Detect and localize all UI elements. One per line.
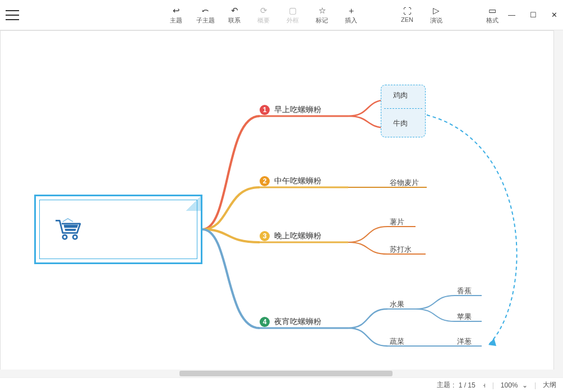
subtopic-button[interactable]: ⤺子主题	[193, 5, 218, 25]
svg-marker-14	[488, 338, 496, 346]
branch-4[interactable]: 4夜宵吃螺蛳粉	[260, 317, 321, 327]
vertical-scrollbar[interactable]	[554, 30, 563, 377]
leaf-beef[interactable]: 牛肉	[393, 118, 408, 128]
window-controls: — ☐ ✕	[508, 11, 557, 19]
status-bar: 主题: 1 / 15 ⫞ | 100% ⌄ | 大纲	[0, 377, 563, 392]
marker-button[interactable]: ☆标记	[310, 5, 334, 25]
map-icon[interactable]: ⫞	[482, 381, 486, 389]
leaf-chicken[interactable]: 鸡肉	[393, 90, 408, 100]
menu-icon[interactable]	[6, 10, 19, 20]
leaf-fruit[interactable]: 水果	[390, 299, 404, 310]
topic-count: 主题: 1 / 15	[437, 380, 476, 390]
topic-button[interactable]: ↩主题	[164, 5, 188, 25]
summary-button: ⟳概要	[251, 5, 276, 25]
svg-point-16	[73, 235, 77, 239]
minimize-button[interactable]: —	[508, 11, 515, 19]
mindmap: 1早上吃螺蛳粉 2中午吃螺蛳粉 3晚上吃螺蛳粉 4夜宵吃螺蛳粉 鸡肉 牛肉 谷物…	[1, 31, 553, 377]
toolbar: ↩主题 ⤺子主题 ↶联系 ⟳概要 ▢外框 ☆标记 ＋插入 ⛶ZEN ▷演说 ▭格…	[0, 0, 563, 30]
present-button[interactable]: ▷演说	[424, 5, 449, 25]
zoom-level[interactable]: 100% ⌄	[501, 381, 528, 389]
boundary-button: ▢外框	[280, 5, 305, 25]
insert-button[interactable]: ＋插入	[339, 5, 363, 25]
scrollbar-thumb[interactable]	[179, 371, 393, 376]
relation-button[interactable]: ↶联系	[222, 5, 247, 25]
boundary-divider	[384, 108, 422, 109]
canvas[interactable]: 1早上吃螺蛳粉 2中午吃螺蛳粉 3晚上吃螺蛳粉 4夜宵吃螺蛳粉 鸡肉 牛肉 谷物…	[0, 30, 554, 377]
close-button[interactable]: ✕	[551, 11, 557, 19]
outline-button[interactable]: 大纲	[543, 380, 556, 390]
leaf-veg[interactable]: 蔬菜	[390, 336, 404, 347]
format-button[interactable]: ▭格式	[480, 5, 505, 25]
leaf-onion[interactable]: 洋葱	[457, 336, 472, 347]
leaf-soda[interactable]: 苏打水	[390, 245, 412, 255]
zen-button[interactable]: ⛶ZEN	[395, 5, 419, 25]
branch-2[interactable]: 2中午吃螺蛳粉	[260, 176, 321, 186]
svg-point-15	[63, 235, 67, 239]
maximize-button[interactable]: ☐	[530, 11, 537, 19]
cart-icon	[52, 218, 84, 241]
toolbar-main-group: ↩主题 ⤺子主题 ↶联系 ⟳概要 ▢外框 ☆标记 ＋插入 ⛶ZEN ▷演说 ▭格…	[164, 5, 505, 25]
root-topic[interactable]	[34, 195, 202, 264]
leaf-chips[interactable]: 薯片	[390, 217, 404, 227]
leaf-cereal[interactable]: 谷物麦片	[390, 178, 419, 188]
leaf-apple[interactable]: 苹果	[457, 312, 472, 322]
branch-1[interactable]: 1早上吃螺蛳粉	[260, 105, 321, 115]
branch-3[interactable]: 3晚上吃螺蛳粉	[260, 231, 321, 241]
horizontal-scrollbar[interactable]	[0, 370, 554, 377]
leaf-banana[interactable]: 香蕉	[457, 286, 472, 296]
